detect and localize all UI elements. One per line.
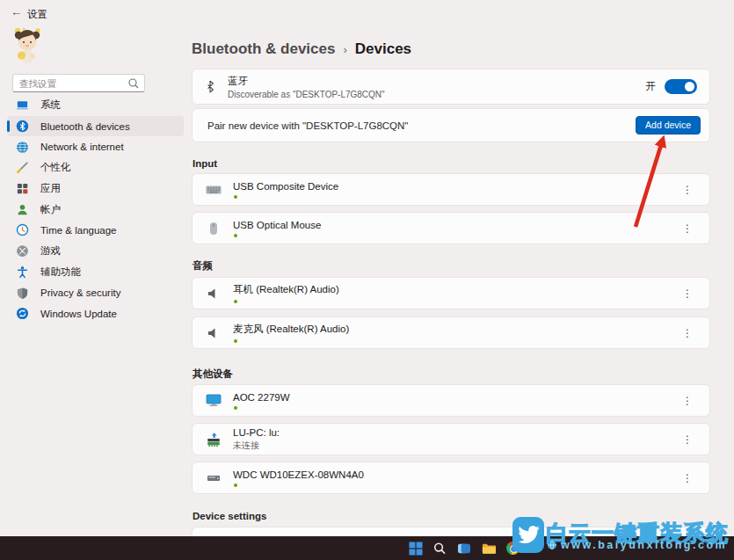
- sidebar-item-time-language[interactable]: Time & language: [7, 220, 184, 241]
- monitor-icon: [206, 394, 222, 407]
- hard-drive-icon: [206, 473, 222, 484]
- status-dot-connected: [234, 300, 237, 303]
- sidebar-item-label: Bluetooth & devices: [40, 121, 130, 132]
- update-icon: [15, 307, 29, 321]
- speaker-icon: [206, 287, 222, 300]
- sidebar-item-label: 系统: [40, 98, 61, 112]
- sidebar-item-windows-update[interactable]: Windows Update: [7, 303, 184, 324]
- more-options-button[interactable]: ⋮: [677, 325, 698, 341]
- sidebar-item-label: Windows Update: [40, 309, 117, 319]
- bluetooth-toggle[interactable]: [665, 79, 697, 94]
- avatar[interactable]: [11, 26, 43, 66]
- more-options-button[interactable]: ⋮: [677, 432, 698, 447]
- status-dot-connected: [234, 234, 237, 237]
- sidebar-item-label: 游戏: [40, 244, 61, 258]
- sidebar-item-privacy-security[interactable]: Privacy & security: [7, 282, 184, 303]
- bluetooth-icon: [15, 120, 29, 134]
- device-name: 耳机 (Realtek(R) Audio): [233, 283, 339, 296]
- shield-icon: [15, 286, 29, 300]
- sidebar-item-label: Privacy & security: [40, 287, 120, 298]
- device-row-hard-drive[interactable]: WDC WD10EZEX-08WN4A0 ⋮: [192, 462, 710, 494]
- twitter-bird-icon: [517, 523, 541, 547]
- network-pc-icon: [206, 432, 222, 447]
- search-icon[interactable]: [127, 77, 140, 90]
- search-input[interactable]: [13, 76, 144, 92]
- breadcrumb-parent[interactable]: Bluetooth & devices: [192, 40, 335, 58]
- sidebar-item-accessibility[interactable]: 辅助功能: [7, 262, 184, 283]
- sidebar-item-label: Network & internet: [40, 142, 124, 152]
- person-icon: [15, 202, 29, 216]
- task-view-icon[interactable]: [456, 541, 471, 556]
- settings-window: ← 设置 系统: [0, 0, 734, 560]
- device-row-headphones[interactable]: 耳机 (Realtek(R) Audio) ⋮: [192, 277, 710, 309]
- sidebar-item-network-internet[interactable]: Network & internet: [7, 136, 184, 157]
- bluetooth-name: 蓝牙: [228, 75, 385, 88]
- more-options-button[interactable]: ⋮: [677, 286, 698, 302]
- back-button[interactable]: ←: [11, 5, 22, 18]
- sidebar-item-system[interactable]: 系统: [7, 95, 184, 116]
- brush-icon: [15, 161, 29, 175]
- section-title-device-settings: Device settings: [193, 511, 266, 521]
- bluetooth-description: Discoverable as "DESKTOP-L7G8CQN": [228, 90, 385, 99]
- pair-device-label: Pair new device with "DESKTOP-L7G8CQN": [207, 120, 408, 131]
- apps-grid-icon: [15, 182, 29, 196]
- watermark-url: www.baiyunxitong.com: [547, 539, 727, 551]
- system-icon: [15, 98, 29, 113]
- device-row-microphone[interactable]: 麦克风 (Realtek(R) Audio) ⋮: [192, 316, 710, 349]
- device-row-usb-mouse[interactable]: USB Optical Mouse ⋮: [192, 212, 710, 244]
- watermark-url-text: www.baiyunxitong.com: [561, 539, 727, 551]
- sidebar-item-accounts[interactable]: 帐户: [7, 199, 184, 220]
- sidebar-nav: 系统 Bluetooth & devices Network & interne…: [7, 95, 184, 324]
- sidebar-item-apps[interactable]: 应用: [7, 178, 184, 200]
- section-title-input: Input: [193, 158, 217, 169]
- status-dot-connected: [234, 406, 237, 410]
- sidebar-item-bluetooth-devices[interactable]: Bluetooth & devices: [7, 116, 184, 137]
- toggle-state-label: 开: [646, 80, 657, 93]
- sidebar-item-gaming[interactable]: 游戏: [7, 241, 184, 262]
- taskbar-search-icon[interactable]: [432, 541, 447, 556]
- settings-search: [12, 74, 145, 92]
- device-row-network-pc[interactable]: LU-PC: lu: 未连接 ⋮: [192, 423, 710, 455]
- clock-icon: [15, 223, 29, 237]
- keyboard-icon: [206, 185, 222, 195]
- status-dot-connected: [234, 484, 237, 487]
- more-options-button[interactable]: ⋮: [677, 393, 698, 409]
- sidebar-item-label: 辅助功能: [40, 265, 81, 279]
- sidebar-item-label: Time & language: [40, 225, 117, 236]
- sidebar-item-label: 应用: [40, 182, 61, 195]
- more-options-button[interactable]: ⋮: [677, 470, 698, 486]
- pair-device-card: Pair new device with "DESKTOP-L7G8CQN" A…: [192, 108, 710, 142]
- more-options-button[interactable]: ⋮: [677, 221, 698, 236]
- avatar-cartoon: [11, 26, 43, 66]
- more-options-button[interactable]: ⋮: [677, 182, 698, 198]
- sidebar-item-personalization[interactable]: 个性化: [7, 157, 184, 178]
- status-dot-connected: [234, 195, 237, 199]
- device-name: WDC WD10EZEX-08WN4A0: [233, 469, 364, 480]
- device-name: 麦克风 (Realtek(R) Audio): [233, 323, 349, 336]
- section-title-other-devices: 其他设备: [193, 367, 233, 381]
- page-title: Devices: [355, 40, 411, 58]
- status-dot-connected: [234, 339, 237, 343]
- start-button[interactable]: [408, 541, 423, 556]
- breadcrumb-separator-icon: ›: [343, 43, 346, 56]
- device-name: USB Optical Mouse: [233, 220, 321, 230]
- watermark-logo: [512, 517, 544, 553]
- xbox-icon: [15, 244, 29, 258]
- section-title-audio: 音频: [193, 259, 213, 273]
- sidebar-item-label: 帐户: [40, 203, 61, 216]
- device-name: USB Composite Device: [233, 181, 338, 192]
- device-name: LU-PC: lu:: [233, 427, 280, 438]
- device-status-text: 未连接: [233, 440, 280, 452]
- sidebar-item-label: 个性化: [40, 161, 71, 174]
- file-explorer-icon[interactable]: [481, 541, 496, 556]
- accessibility-person-icon: [15, 265, 29, 279]
- breadcrumb: Bluetooth & devices › Devices: [192, 40, 411, 58]
- speaker-icon: [206, 327, 222, 339]
- device-row-monitor[interactable]: AOC 2279W ⋮: [192, 384, 710, 417]
- add-device-button[interactable]: Add device: [636, 116, 701, 135]
- device-row-usb-composite[interactable]: USB Composite Device ⋮: [192, 173, 710, 206]
- bluetooth-toggle-card: 蓝牙 Discoverable as "DESKTOP-L7G8CQN" 开: [192, 69, 710, 105]
- bluetooth-rune-icon: [205, 79, 215, 94]
- device-name: AOC 2279W: [233, 392, 290, 403]
- globe-icon: [547, 540, 557, 550]
